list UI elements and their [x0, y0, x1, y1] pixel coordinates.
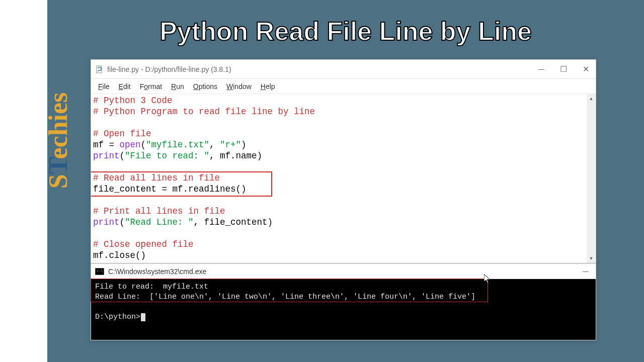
stechies-logo: STechies: [43, 93, 73, 189]
code-text: (: [141, 140, 146, 150]
code-comment: # Close opened file: [93, 239, 194, 249]
code-builtin: print: [93, 217, 120, 227]
cmd-window: C:\Windows\system32\cmd.exe ─ File to re…: [91, 263, 596, 340]
code-text: , mf.name): [209, 151, 262, 161]
menu-run[interactable]: Run: [167, 81, 188, 92]
scroll-down-icon[interactable]: ▼: [587, 254, 596, 263]
cmd-prompt: D:\python>: [95, 313, 140, 321]
menu-help[interactable]: Help: [257, 81, 279, 92]
menu-file[interactable]: File: [94, 81, 114, 92]
code-text: , file_content): [194, 217, 273, 227]
close-button[interactable]: ✕: [580, 63, 592, 75]
code-text: ,: [209, 140, 220, 150]
idle-menubar: File Edit Format Run Options Window Help: [91, 79, 596, 94]
menu-format[interactable]: Format: [136, 81, 166, 92]
code-string: "Read Line: ": [125, 217, 194, 227]
cursor-icon: [141, 313, 145, 321]
cmd-titlebar[interactable]: C:\Windows\system32\cmd.exe ─: [91, 264, 596, 279]
code-text: mf.close(): [93, 250, 146, 260]
code-comment: # Open file: [93, 129, 151, 139]
code-string: "File to read: ": [125, 151, 209, 161]
code-comment: # Read all lines in file: [93, 173, 220, 183]
logo-s: S: [44, 174, 72, 189]
minimize-button[interactable]: ─: [535, 63, 547, 75]
cmd-output-line: File to read: myfile.txt: [95, 283, 208, 291]
logo-t: T: [44, 159, 72, 174]
idle-code-area[interactable]: # Python 3 Code # Python Program to read…: [91, 94, 596, 263]
cmd-body[interactable]: File to read: myfile.txt Read Line: ['Li…: [91, 279, 596, 340]
code-string: "r+": [220, 140, 241, 150]
idle-scrollbar[interactable]: ▲ ▼: [587, 94, 596, 263]
maximize-button[interactable]: ☐: [557, 63, 570, 75]
code-text: (: [120, 151, 125, 161]
python-file-icon: [95, 65, 104, 74]
code-comment: # Print all lines in file: [93, 206, 225, 216]
idle-titlebar[interactable]: file-line.py - D:/python/file-line.py (3…: [91, 60, 596, 79]
code-builtin: open: [120, 140, 141, 150]
cmd-icon: [95, 268, 104, 275]
cmd-minimize-button[interactable]: ─: [580, 265, 592, 278]
code-text: ): [241, 140, 247, 150]
menu-options[interactable]: Options: [189, 81, 221, 92]
idle-editor-window: file-line.py - D:/python/file-line.py (3…: [91, 59, 596, 263]
code-text: mf =: [93, 140, 120, 150]
scroll-up-icon[interactable]: ▲: [587, 94, 596, 103]
menu-edit[interactable]: Edit: [115, 81, 135, 92]
code-builtin: print: [93, 151, 120, 161]
logo-rest: echies: [44, 93, 72, 159]
code-comment: # Python Program to read file line by li…: [93, 107, 315, 117]
code-comment: # Python 3 Code: [93, 96, 173, 106]
menu-window[interactable]: Window: [222, 81, 256, 92]
code-content[interactable]: # Python 3 Code # Python Program to read…: [91, 94, 596, 262]
cmd-output-line: Read Line: ['Line one\n', 'Line two\n', …: [95, 293, 475, 301]
idle-window-title: file-line.py - D:/python/file-line.py (3…: [107, 65, 535, 73]
code-text: (: [120, 217, 125, 227]
page-title: Python Read File Line by Line: [47, 16, 644, 46]
code-string: "myfile.txt": [146, 140, 209, 150]
cmd-window-title: C:\Windows\system32\cmd.exe: [108, 267, 580, 276]
code-text: file_content = mf.readlines(): [93, 184, 247, 194]
